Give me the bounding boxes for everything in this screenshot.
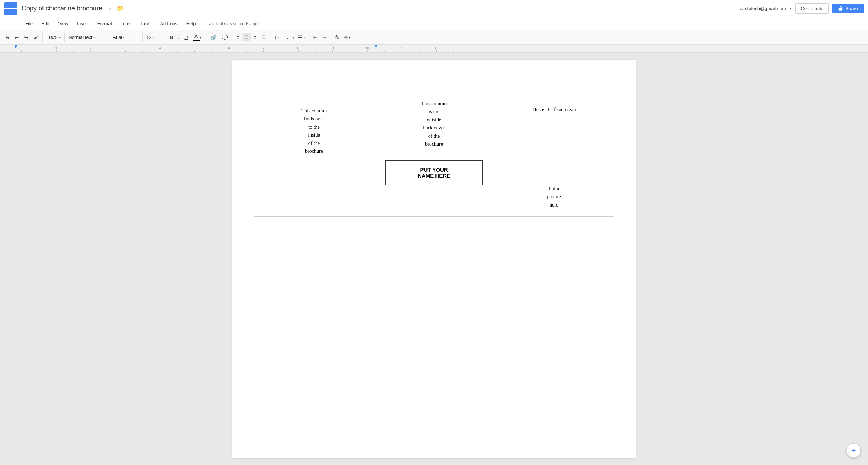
align-left-button[interactable]: ≡: [234, 33, 242, 41]
app-menu-button[interactable]: [4, 2, 17, 15]
ordered-list-button[interactable]: ≔ ▾: [285, 32, 296, 43]
paint-format-icon: 🖌: [33, 35, 38, 40]
increase-indent-button[interactable]: ⇥: [320, 33, 328, 41]
menu-view[interactable]: View: [54, 19, 72, 28]
separator: [42, 33, 43, 42]
user-dropdown-icon[interactable]: ▾: [789, 6, 792, 11]
comments-button[interactable]: Comments: [795, 3, 829, 14]
ruler: 123456789101112: [0, 45, 868, 53]
line-spacing-icon: ↕: [274, 35, 277, 40]
share-button[interactable]: Share: [832, 4, 864, 13]
document-area[interactable]: This column folds over to the inside of …: [0, 53, 868, 465]
share-label: Share: [845, 6, 858, 11]
color-indicator: [193, 40, 200, 41]
brochure-row: This column folds over to the inside of …: [254, 78, 614, 217]
insert-comment-button[interactable]: 💬: [219, 33, 230, 42]
cursor-container: [254, 67, 614, 74]
underline-button[interactable]: U: [182, 33, 190, 41]
chevron-up-icon: ⌃: [859, 35, 863, 40]
document-title[interactable]: Copy of chiccarine brochure: [22, 5, 102, 12]
formula-icon: fx: [335, 35, 339, 40]
align-right-icon: ≡: [254, 35, 256, 40]
separator7: [232, 33, 232, 42]
svg-text:3: 3: [124, 46, 126, 50]
menu-insert[interactable]: Insert: [73, 19, 92, 28]
menu-format[interactable]: Format: [94, 19, 116, 28]
font-size-selector[interactable]: 12 ▾: [145, 32, 163, 43]
paragraph-style-selector[interactable]: Normal text ▾: [67, 32, 107, 43]
unordered-list-icon: ☰: [298, 35, 303, 40]
menu-help[interactable]: Help: [183, 19, 200, 28]
menu-edit[interactable]: Edit: [38, 19, 53, 28]
separator6: [206, 33, 206, 42]
paragraph-style-caret: ▾: [93, 36, 95, 39]
justify-icon: ☰: [261, 35, 266, 40]
menu-file[interactable]: File: [22, 19, 36, 28]
unordered-list-caret: ▾: [303, 36, 305, 39]
separator5: [165, 33, 165, 42]
ruler-svg: 123456789101112: [0, 45, 868, 53]
underline-icon: U: [184, 35, 188, 40]
col3-picture-content: Put a picture here: [547, 186, 561, 208]
font-size-value: 12: [146, 35, 151, 40]
top-bar: Copy of chiccarine brochure ☆ 📁 dlastute…: [0, 0, 868, 17]
collapse-toolbar-button[interactable]: ⌃: [857, 33, 865, 41]
font-selector[interactable]: Arial ▾: [111, 32, 140, 43]
col2-name-box[interactable]: PUT YOUR NAME HERE: [385, 160, 483, 185]
zoom-selector[interactable]: 100% ▾: [45, 32, 62, 43]
svg-text:9: 9: [332, 46, 334, 50]
align-center-button[interactable]: ☰: [242, 33, 251, 41]
separator10: [309, 33, 309, 42]
toolbar: 🖨 ↩ ↪ 🖌 100% ▾ Normal text ▾ Arial ▾ 12 …: [0, 30, 868, 45]
align-left-icon: ≡: [237, 35, 240, 40]
text-color-button[interactable]: A ▾: [191, 32, 203, 43]
svg-text:10: 10: [366, 46, 369, 50]
print-button[interactable]: 🖨: [3, 33, 12, 41]
paint-format-button[interactable]: 🖌: [31, 33, 40, 41]
col2-name-line1: PUT YOUR: [392, 167, 476, 173]
insert-link-button[interactable]: 🔗: [208, 33, 219, 42]
col2-divider: [381, 154, 487, 154]
svg-text:5: 5: [193, 46, 195, 50]
bold-button[interactable]: B: [167, 33, 175, 41]
decrease-indent-icon: ⇤: [313, 35, 317, 40]
link-icon: 🔗: [210, 35, 216, 40]
separator4: [142, 33, 143, 42]
col3-picture-text: Put a picture here: [501, 113, 607, 209]
separator8: [270, 33, 270, 42]
align-right-button[interactable]: ≡: [251, 33, 259, 41]
drawing-button[interactable]: ✏ ▾: [342, 33, 353, 42]
col3-top-content: This is the front cover: [532, 107, 576, 112]
svg-text:6: 6: [228, 46, 230, 50]
formula-button[interactable]: fx: [333, 33, 341, 42]
col2-top-text: This column is the outside back cover of…: [381, 85, 487, 148]
folder-button[interactable]: 📁: [115, 4, 125, 13]
smart-compose-button[interactable]: ✦: [846, 443, 861, 458]
menu-tools[interactable]: Tools: [117, 19, 135, 28]
undo-button[interactable]: ↩: [13, 33, 21, 42]
font-value: Arial: [113, 35, 122, 40]
col2-content: This column is the outside back cover of…: [421, 101, 447, 147]
brochure-col1[interactable]: This column folds over to the inside of …: [254, 78, 374, 217]
menu-table[interactable]: Table: [137, 19, 155, 28]
menu-addons[interactable]: Add-ons: [156, 19, 181, 28]
italic-icon: I: [178, 35, 180, 40]
font-size-caret: ▾: [152, 36, 154, 39]
col1-content: This column folds over to the inside of …: [301, 108, 327, 154]
decrease-indent-button[interactable]: ⇤: [311, 33, 319, 41]
brochure-table[interactable]: This column folds over to the inside of …: [254, 78, 614, 217]
col3-top-text: This is the front cover: [501, 85, 607, 113]
star-button[interactable]: ☆: [105, 4, 113, 13]
drawing-icon: ✏: [344, 35, 349, 40]
unordered-list-button[interactable]: ☰ ▾: [296, 32, 307, 43]
align-center-icon: ☰: [244, 35, 249, 40]
brochure-col2[interactable]: This column is the outside back cover of…: [374, 78, 494, 217]
italic-button[interactable]: I: [176, 33, 182, 41]
document-page[interactable]: This column folds over to the inside of …: [232, 60, 636, 458]
text-color-icon: A: [193, 34, 200, 41]
font-caret: ▾: [123, 36, 125, 39]
redo-button[interactable]: ↪: [22, 33, 31, 42]
line-spacing-selector[interactable]: ↕ ▾: [273, 32, 281, 43]
justify-button[interactable]: ☰: [259, 33, 268, 41]
brochure-col3[interactable]: This is the front cover Put a picture he…: [494, 78, 614, 217]
